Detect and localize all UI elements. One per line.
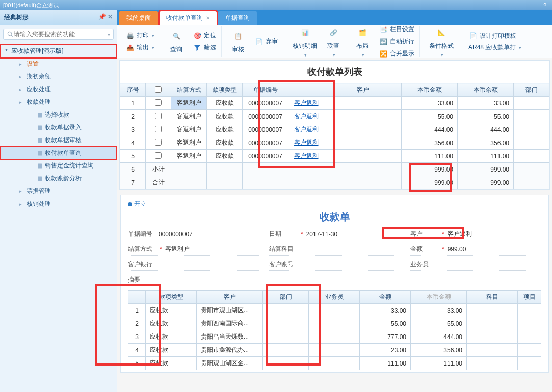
dcol-bbamt[interactable]: 本币金额 — [411, 291, 467, 304]
link-button[interactable]: 🔗联查 — [324, 24, 343, 59]
tree-writeoff[interactable]: 核销处理 — [0, 198, 117, 210]
table-row[interactable]: 3 应收款 贵阳乌当天烁数... 777.00 444.00 — [128, 330, 541, 344]
sidebar-close-icon[interactable]: ✕ — [108, 13, 113, 20]
export-icon: 📤 — [125, 43, 135, 52]
cell-type: 应收款 — [146, 317, 197, 330]
dcol-proj[interactable]: 项目 — [518, 291, 541, 304]
tree-leaf-entry[interactable]: 收款单据录入 — [0, 121, 117, 134]
colset-button[interactable]: 📑栏目设置 — [377, 24, 416, 35]
list-grid: 序号 结算方式 款项类型 单据编号 客户 本币金额 本币余额 部门 — [120, 83, 549, 189]
help-icon[interactable]: ? — [541, 2, 549, 8]
col-billno[interactable]: 单据编号 — [243, 83, 288, 97]
minimize-icon[interactable]: — — [533, 2, 541, 8]
cell-cust[interactable]: 贵阳市观山湖区... — [197, 304, 263, 317]
tree-leaf-query[interactable]: 收付款单查询 — [0, 147, 117, 159]
cell-amt: 33.00 — [360, 304, 411, 317]
cell-cust[interactable]: 贵阳市鑫源代办... — [197, 344, 263, 357]
tree-leaf-aging[interactable]: 收款账龄分析 — [0, 172, 117, 185]
filter-button[interactable]: 筛选 — [191, 42, 218, 53]
dcol-cust[interactable]: 客户 — [197, 291, 263, 304]
cell-cust-link[interactable]: 客户返利 — [288, 123, 324, 136]
tree-root[interactable]: 应收款管理[演示版] — [0, 45, 117, 58]
ar48-button[interactable]: AR48 应收款单打 — [466, 42, 523, 53]
col-seq[interactable]: 序号 — [120, 83, 146, 97]
cell-check[interactable] — [146, 150, 171, 163]
sidebar: 经典树形 📌 ✕ ▾ 应收款管理[演示版] 设置 期初余额 应收处理 收款处理 … — [0, 10, 117, 392]
cell-bbamt: 33.00 — [402, 97, 458, 110]
cell-bbamt: 444.00 — [402, 123, 458, 136]
cell-check[interactable] — [146, 123, 171, 136]
dcol-dept[interactable]: 部门 — [263, 291, 309, 304]
merge-button[interactable]: 🔀合并显示 — [377, 48, 416, 60]
col-bbamt[interactable]: 本币金额 — [402, 83, 458, 97]
tree-rcvproc[interactable]: 收款处理 — [0, 96, 117, 108]
tree-leaf-deposit[interactable]: 销售定金统计查询 — [0, 159, 117, 172]
check-all[interactable] — [155, 86, 162, 93]
export-button[interactable]: 📤输出 — [123, 42, 156, 53]
table-row[interactable]: 1 客返利户 应收款 0000000007 客户返利 33.00 33.00 — [120, 97, 549, 110]
table-row[interactable]: 5 应收款 贵阳观山湖区金... 111.00 111.00 — [128, 357, 541, 370]
condfmt-button[interactable]: 📐条件格式 — [427, 24, 456, 59]
dcol-type[interactable]: 款项类型 — [146, 291, 197, 304]
cell-check[interactable] — [146, 136, 171, 150]
autowrap-button[interactable]: ↩️自动折行 — [377, 36, 416, 47]
sidebar-search[interactable]: ▾ — [3, 29, 114, 40]
search-input[interactable] — [14, 31, 108, 38]
cell-cust[interactable]: 贵阳观山湖区金... — [197, 357, 263, 370]
cell-cust[interactable]: 贵阳西南国际商... — [197, 317, 263, 330]
detail-status: 开立 — [128, 200, 541, 208]
cell-dept — [263, 304, 309, 317]
cell-cust-link[interactable]: 客户返利 — [288, 97, 324, 110]
row-checkbox[interactable] — [155, 113, 162, 119]
cell-check[interactable] — [146, 110, 171, 123]
dcol-amt[interactable]: 金额 — [360, 291, 411, 304]
cell-cust-link[interactable]: 客户返利 — [288, 150, 324, 163]
table-row[interactable]: 4 客返利户 应收款 0000000007 客户返利 356.00 356.00 — [120, 136, 549, 150]
cell-cust-link[interactable]: 客户返利 — [288, 110, 324, 123]
locate-button[interactable]: 🎯定位 — [191, 30, 218, 41]
col-cust[interactable]: 客户 — [324, 83, 402, 97]
col-bbbal[interactable]: 本币余额 — [458, 83, 514, 97]
col-dept[interactable]: 部门 — [514, 83, 549, 97]
col-check[interactable] — [146, 83, 171, 97]
tree-bill[interactable]: 票据管理 — [0, 185, 117, 198]
designtpl-button[interactable]: 📄设计打印模板 — [466, 30, 523, 41]
table-row[interactable]: 3 客返利户 应收款 0000000007 客户返利 444.00 444.00 — [120, 123, 549, 136]
tree-opening[interactable]: 期初余额 — [0, 70, 117, 83]
row-checkbox[interactable] — [155, 152, 162, 159]
detail-button[interactable]: 📊核销明细 — [291, 24, 319, 59]
table-row[interactable]: 2 客返利户 应收款 0000000007 客户返利 55.00 55.00 — [120, 110, 549, 123]
search-dropdown-icon[interactable]: ▾ — [108, 32, 110, 37]
audit-button[interactable]: 📋审核 — [229, 28, 247, 55]
dcol-subj[interactable]: 科目 — [467, 291, 518, 304]
cell-seq: 3 — [128, 330, 146, 344]
close-icon[interactable]: ✕ — [206, 15, 210, 21]
cell-check[interactable] — [146, 97, 171, 110]
tree-setup[interactable]: 设置 — [0, 58, 117, 70]
tree-arproc[interactable]: 应收处理 — [0, 83, 117, 96]
row-checkbox[interactable] — [155, 139, 162, 146]
cell-billno: 0000000007 — [243, 150, 288, 163]
tree-leaf-audit[interactable]: 收款单据审核 — [0, 134, 117, 147]
tab-billquery[interactable]: 单据查询 — [218, 11, 257, 25]
tab-query[interactable]: 收付款单查询✕ — [159, 11, 217, 25]
tab-desktop[interactable]: 我的桌面 — [119, 11, 158, 25]
col-type[interactable]: 款项类型 — [207, 83, 243, 97]
row-checkbox[interactable] — [155, 99, 162, 106]
layout-icon: 🗂️ — [355, 25, 370, 40]
cell-cust-link[interactable]: 客户返利 — [288, 136, 324, 150]
cell-cust[interactable]: 贵阳乌当天烁数... — [197, 330, 263, 344]
table-row[interactable]: 5 客返利户 应收款 0000000007 客户返利 111.00 111.00 — [120, 150, 549, 163]
table-row[interactable]: 4 应收款 贵阳市鑫源代办... 23.00 356.00 — [128, 344, 541, 357]
query-button[interactable]: 🔍查询 — [167, 28, 186, 55]
col-settle[interactable]: 结算方式 — [171, 83, 207, 97]
layout-button[interactable]: 🗂️布局 — [353, 24, 372, 59]
tree-leaf-select[interactable]: 选择收款 — [0, 108, 117, 121]
table-row[interactable]: 1 应收款 贵阳市观山湖区... 33.00 33.00 — [128, 304, 541, 317]
row-checkbox[interactable] — [155, 126, 162, 132]
abandon-button[interactable]: 📄弃审 — [252, 36, 280, 47]
table-row[interactable]: 2 应收款 贵阳西南国际商... 55.00 55.00 — [128, 317, 541, 330]
print-button[interactable]: 🖨️打印 — [123, 30, 156, 41]
sidebar-pin-icon[interactable]: 📌 — [98, 13, 106, 20]
dcol-sales[interactable]: 业务员 — [309, 291, 360, 304]
